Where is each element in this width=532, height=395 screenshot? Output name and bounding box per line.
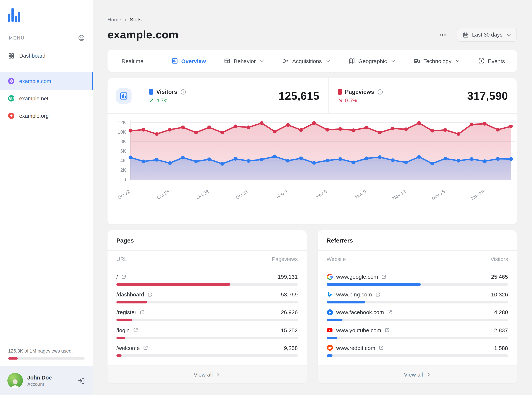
tab-overview[interactable]: Overview [171,50,206,72]
page-link[interactable]: /register [116,309,145,315]
visitors-point[interactable] [220,162,224,165]
external-link-icon[interactable] [379,345,384,351]
external-link-icon[interactable] [143,345,148,351]
visitors-point[interactable] [129,156,132,159]
external-link-icon[interactable] [381,274,387,279]
visitors-point[interactable] [430,162,434,165]
sidebar-site-example.net[interactable]: example.net [0,90,93,107]
external-link-icon[interactable] [375,292,380,297]
visitors-point[interactable] [443,157,447,160]
visitors-point[interactable] [207,157,211,161]
tab-geographic[interactable]: Geographic [348,50,396,72]
visitors-point[interactable] [181,156,185,159]
referrer-link[interactable]: www.youtube.com [327,327,390,333]
more-options-button[interactable]: ••• [438,30,447,40]
visitors-point[interactable] [470,157,473,161]
visitors-point[interactable] [339,157,342,161]
external-link-icon[interactable] [387,310,392,315]
pageviews-point[interactable] [496,128,500,132]
pageviews-point[interactable] [509,125,513,128]
pageviews-point[interactable] [378,131,382,134]
tab-acquisitions[interactable]: Acquisitions [282,50,330,72]
visitors-point[interactable] [365,157,369,160]
breadcrumb-home[interactable]: Home [107,16,121,22]
tab-technology[interactable]: Technology [413,50,460,72]
account-footer[interactable]: John Doe Account [0,366,93,395]
pageviews-point[interactable] [168,128,172,132]
visitors-point[interactable] [509,157,513,161]
pageviews-point[interactable] [457,132,460,136]
visitors-point[interactable] [299,157,303,160]
visitors-point[interactable] [496,157,500,161]
pageviews-point[interactable] [207,126,211,129]
visitors-point[interactable] [404,161,408,164]
visitors-point[interactable] [286,159,290,163]
page-link[interactable]: /dashboard [116,291,153,298]
pageviews-point[interactable] [312,121,316,125]
pageviews-point[interactable] [286,123,290,127]
referrer-link[interactable]: www.google.com [327,274,387,280]
external-link-icon[interactable] [384,327,390,333]
tab-realtime[interactable]: Realtime [107,50,159,72]
page-link[interactable]: / [116,274,126,280]
visitors-point[interactable] [155,158,158,162]
pageviews-point[interactable] [220,131,224,134]
pageviews-point[interactable] [443,128,447,132]
pageviews-point[interactable] [194,131,198,134]
sidebar-item-dashboard[interactable]: Dashboard [0,48,93,64]
pageviews-point[interactable] [155,132,158,136]
visitors-point[interactable] [325,159,329,162]
pageviews-point[interactable] [234,125,237,128]
visitors-point[interactable] [142,160,145,163]
visitors-point[interactable] [168,161,172,165]
visitors-point[interactable] [457,159,460,163]
visitors-point[interactable] [352,161,355,164]
tab-behavior[interactable]: Behavior [224,50,264,72]
visitors-point[interactable] [260,158,263,161]
pageviews-point[interactable] [142,128,145,132]
info-icon[interactable] [180,89,186,95]
visitors-point[interactable] [273,154,276,158]
pageviews-point[interactable] [273,130,276,133]
referrer-link[interactable]: www.facebook.com [327,309,392,315]
visitors-point[interactable] [312,161,316,165]
logout-icon[interactable] [78,377,85,384]
pageviews-point[interactable] [470,123,473,126]
date-range-button[interactable]: Last 30 days [457,28,517,42]
visitors-point[interactable] [378,155,382,159]
sidebar-site-example.com[interactable]: example.com [0,72,93,90]
pages-view-all-button[interactable]: View all [107,365,307,383]
external-link-icon[interactable] [147,292,153,297]
visitors-point[interactable] [417,155,421,159]
external-link-icon[interactable] [140,310,145,315]
visitors-point[interactable] [194,160,198,163]
visitors-point[interactable] [234,157,237,161]
pageviews-point[interactable] [391,127,395,130]
pageviews-point[interactable] [339,127,342,131]
pageviews-point[interactable] [181,126,185,129]
pageviews-point[interactable] [417,121,421,125]
pageviews-point[interactable] [483,122,487,126]
pageviews-point[interactable] [325,128,329,132]
pageviews-point[interactable] [430,129,434,132]
referrers-view-all-button[interactable]: View all [318,365,517,383]
external-link-icon[interactable] [133,327,138,333]
sidebar-site-example.org[interactable]: example.org [0,107,93,124]
visitors-point[interactable] [391,158,395,162]
page-link[interactable]: /login [116,327,138,333]
visitors-point[interactable] [483,159,487,163]
pageviews-point[interactable] [129,129,132,132]
pageviews-point[interactable] [260,121,263,125]
pageviews-point[interactable] [404,127,408,131]
face-icon[interactable] [78,35,85,41]
pageviews-point[interactable] [365,126,369,129]
external-link-icon[interactable] [121,274,126,279]
visitors-point[interactable] [246,159,250,163]
pageviews-point[interactable] [299,128,303,132]
referrer-link[interactable]: www.reddit.com [327,345,384,351]
pageviews-point[interactable] [352,128,355,132]
referrer-link[interactable]: www.bing.com [327,291,380,298]
tab-events[interactable]: Events [478,50,505,72]
info-icon[interactable] [377,89,383,95]
pageviews-point[interactable] [246,126,250,129]
